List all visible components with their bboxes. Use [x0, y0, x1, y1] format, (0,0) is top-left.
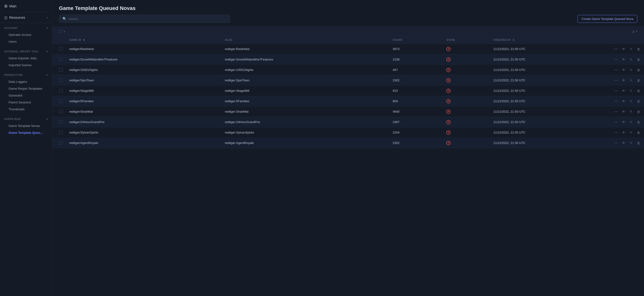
puppeteer-chevron-icon: ▾ — [46, 118, 48, 121]
delete-button[interactable]: 🗑 — [636, 78, 641, 83]
sidebar-resources-link[interactable]: ◫ Resources ▾ — [0, 12, 52, 23]
more-options-button[interactable]: ··· — [614, 57, 618, 62]
select-all-checkbox[interactable] — [59, 30, 62, 33]
main-header: Game Template Queued Novas 🔍 Create Game… — [52, 0, 644, 27]
row-actions: ··· 👁 ✎ 🗑 — [611, 44, 644, 54]
state-error-icon: ✕ — [446, 120, 450, 124]
sidebar-item-operator-access[interactable]: Operator Access — [4, 31, 48, 38]
delete-button[interactable]: 🗑 — [636, 99, 641, 104]
row-checkbox[interactable] — [59, 131, 62, 134]
sidebar-item-game-template-queued-novas[interactable]: Game Template Queued Novas — [4, 129, 48, 136]
table-row: redtiger/24HourGrandPrix redtiger:24Hour… — [52, 117, 644, 127]
th-created-at[interactable]: CREATED AT ⇅ — [490, 36, 611, 44]
toolbar-left: ▾ — [59, 30, 65, 33]
search-input[interactable] — [68, 17, 226, 21]
delete-button[interactable]: 🗑 — [636, 57, 641, 62]
state-error-icon: ✕ — [446, 57, 450, 62]
more-options-button[interactable]: ··· — [614, 89, 618, 93]
view-button[interactable]: 👁 — [622, 88, 626, 93]
edit-button[interactable]: ✎ — [629, 130, 633, 135]
sidebar-item-imported-games[interactable]: Imported Games — [4, 62, 48, 69]
th-game-id[interactable]: GAME ID ⇅ — [66, 36, 222, 44]
delete-icon: 🗑 — [637, 131, 640, 135]
edit-button[interactable]: ✎ — [629, 109, 633, 114]
edit-button[interactable]: ✎ — [629, 99, 633, 104]
create-button[interactable]: Create Game Template Queued Nova — [578, 15, 637, 23]
row-created-at: 11/12/2022, 21:50 UTC — [490, 65, 611, 75]
edit-button[interactable]: ✎ — [629, 68, 633, 72]
row-game-id: redtiger/24HourGrandPrix — [66, 117, 222, 127]
sidebar-main-link[interactable]: ⊞ Main — [4, 4, 48, 8]
delete-icon: 🗑 — [637, 47, 640, 51]
sidebar-item-game-respin-templates[interactable]: Game Respin Templates — [4, 85, 48, 92]
more-options-button[interactable]: ··· — [614, 141, 618, 145]
game-id-sort-icon[interactable]: ⇅ — [83, 39, 85, 41]
row-count: 2204 — [389, 127, 443, 138]
filter-chevron-icon[interactable]: ▾ — [636, 30, 637, 33]
view-button[interactable]: 👁 — [622, 109, 626, 114]
row-checkbox[interactable] — [59, 141, 62, 145]
more-options-button[interactable]: ··· — [614, 99, 618, 103]
eye-icon: 👁 — [622, 141, 626, 145]
row-checkbox[interactable] — [59, 68, 62, 72]
edit-button[interactable]: ✎ — [629, 88, 633, 93]
row-checkbox[interactable] — [59, 47, 62, 51]
row-checkbox[interactable] — [59, 99, 62, 103]
sidebar-item-game-importer-jobs[interactable]: Game Importer Jobs — [4, 55, 48, 62]
delete-icon: 🗑 — [637, 58, 640, 61]
filter-icon[interactable]: ⊿ — [632, 29, 635, 33]
state-error-icon: ✕ — [446, 78, 450, 83]
sidebar-item-users[interactable]: Users — [4, 38, 48, 45]
delete-button[interactable]: 🗑 — [636, 120, 641, 125]
more-options-button[interactable]: ··· — [614, 131, 618, 135]
edit-button[interactable]: ✎ — [629, 78, 633, 83]
select-all-chevron-icon[interactable]: ▾ — [64, 30, 65, 33]
view-button[interactable]: 👁 — [622, 99, 626, 104]
delete-button[interactable]: 🗑 — [636, 141, 641, 146]
search-bar[interactable]: 🔍 — [59, 15, 230, 23]
edit-button[interactable]: ✎ — [629, 141, 633, 146]
sidebar-item-thumbnails[interactable]: Thumbnails — [4, 106, 48, 113]
more-options-button[interactable]: ··· — [614, 120, 618, 124]
table-row: redtiger/ReelHeist redtiger:ReelHeist 39… — [52, 44, 644, 54]
sidebar-item-data-loggers[interactable]: Data Loggers — [4, 78, 48, 85]
row-state: ✕ — [443, 75, 490, 86]
edit-icon: ✎ — [630, 120, 632, 124]
delete-button[interactable]: 🗑 — [636, 68, 641, 72]
row-slug: redtiger:24HourGrandPrix — [222, 117, 389, 127]
select-all-checkbox-area[interactable]: ▾ — [59, 30, 65, 33]
view-button[interactable]: 👁 — [622, 141, 626, 146]
sidebar-item-game-template-novas[interactable]: Game Template Novas — [4, 122, 48, 129]
delete-button[interactable]: 🗑 — [636, 88, 641, 93]
row-checkbox[interactable] — [59, 58, 62, 61]
row-state: ✕ — [443, 54, 490, 65]
row-checkbox[interactable] — [59, 89, 62, 93]
row-checkbox[interactable] — [59, 120, 62, 124]
edit-icon: ✎ — [630, 58, 632, 61]
sidebar-item-parent-sessions[interactable]: Parent Sessions — [4, 99, 48, 106]
view-button[interactable]: 👁 — [622, 46, 626, 51]
edit-button[interactable]: ✎ — [629, 120, 633, 125]
edit-button[interactable]: ✎ — [629, 47, 633, 51]
row-slug: redtiger:10001Nights — [222, 65, 389, 75]
edit-button[interactable]: ✎ — [629, 57, 633, 62]
view-button[interactable]: 👁 — [622, 130, 626, 135]
view-button[interactable]: 👁 — [622, 120, 626, 125]
delete-button[interactable]: 🗑 — [636, 109, 641, 114]
more-options-button[interactable]: ··· — [614, 47, 618, 51]
row-slug: redtiger:ReelHeist — [222, 44, 389, 54]
sidebar-item-gameslist[interactable]: Gameslist — [4, 92, 48, 99]
more-options-button[interactable]: ··· — [614, 78, 618, 83]
row-checkbox[interactable] — [59, 79, 62, 82]
row-checkbox[interactable] — [59, 110, 62, 113]
delete-button[interactable]: 🗑 — [636, 130, 641, 135]
more-options-button[interactable]: ··· — [614, 110, 618, 114]
production-section-label: PRODUCTION — [4, 74, 22, 76]
view-button[interactable]: 👁 — [622, 78, 626, 83]
edit-icon: ✎ — [630, 99, 632, 103]
view-button[interactable]: 👁 — [622, 67, 626, 72]
more-options-button[interactable]: ··· — [614, 68, 618, 72]
created-at-sort-icon[interactable]: ⇅ — [512, 39, 515, 41]
delete-button[interactable]: 🗑 — [636, 47, 641, 51]
view-button[interactable]: 👁 — [622, 57, 626, 62]
